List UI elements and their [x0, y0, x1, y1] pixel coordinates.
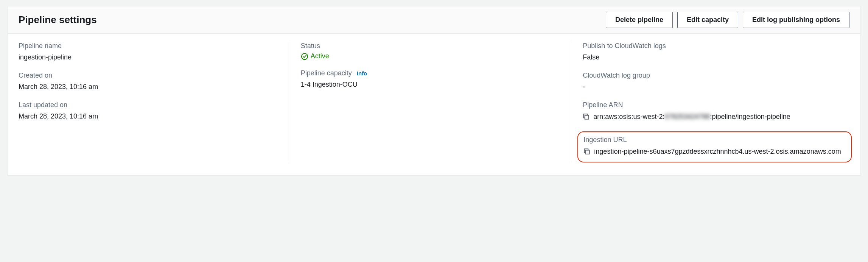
arn-prefix: arn:aws:osis:us-west-2:	[593, 113, 664, 120]
pipeline-name-value: ingestion-pipeline	[19, 52, 285, 62]
info-link[interactable]: Info	[357, 70, 367, 76]
svg-rect-4	[586, 150, 590, 154]
created-on-value: March 28, 2023, 10:16 am	[19, 82, 285, 92]
status-label: Status	[301, 42, 568, 50]
field-cloudwatch-publish: Publish to CloudWatch logs False	[583, 42, 849, 62]
cloudwatch-publish-value: False	[583, 52, 849, 62]
header-buttons: Delete pipeline Edit capacity Edit log p…	[606, 12, 849, 28]
last-updated-value: March 28, 2023, 10:16 am	[19, 111, 285, 122]
field-pipeline-capacity: Pipeline capacity Info 1-4 Ingestion-OCU	[301, 69, 568, 90]
svg-rect-2	[585, 115, 589, 119]
field-pipeline-arn: Pipeline ARN arn:aws:osis:us-west-2:6782…	[583, 101, 849, 122]
pipeline-settings-panel: Pipeline settings Delete pipeline Edit c…	[8, 6, 860, 176]
pipeline-name-label: Pipeline name	[19, 42, 285, 50]
pipeline-capacity-value: 1-4 Ingestion-OCU	[301, 80, 568, 90]
status-value: Active	[301, 52, 568, 60]
column-right: Publish to CloudWatch logs False CloudWa…	[572, 42, 849, 162]
arn-redacted: 678253424788	[664, 113, 710, 120]
panel-body: Pipeline name ingestion-pipeline Created…	[8, 34, 860, 175]
pipeline-arn-value: arn:aws:osis:us-west-2:678253424788:pipe…	[583, 113, 790, 120]
panel-header: Pipeline settings Delete pipeline Edit c…	[8, 6, 860, 34]
cloudwatch-group-value: -	[583, 82, 849, 92]
column-left: Pipeline name ingestion-pipeline Created…	[19, 42, 285, 162]
field-last-updated: Last updated on March 28, 2023, 10:16 am	[19, 101, 285, 122]
check-circle-icon	[301, 53, 308, 60]
field-pipeline-name: Pipeline name ingestion-pipeline	[19, 42, 285, 62]
column-middle: Status Active Pipeline capacity Info	[290, 42, 568, 162]
delete-pipeline-button[interactable]: Delete pipeline	[606, 12, 673, 28]
copy-icon[interactable]	[583, 148, 590, 155]
last-updated-label: Last updated on	[19, 101, 285, 109]
edit-log-publishing-button[interactable]: Edit log publishing options	[743, 12, 849, 28]
cloudwatch-publish-label: Publish to CloudWatch logs	[583, 42, 849, 50]
ingestion-url-label: Ingestion URL	[583, 136, 846, 144]
field-status: Status Active	[301, 42, 568, 60]
pipeline-capacity-label: Pipeline capacity Info	[301, 69, 568, 77]
ingestion-url-text: ingestion-pipeline-s6uaxs7gpzddessxrczhn…	[594, 148, 841, 155]
svg-point-0	[302, 53, 308, 59]
field-cloudwatch-group: CloudWatch log group -	[583, 72, 849, 92]
panel-title: Pipeline settings	[19, 14, 97, 26]
pipeline-capacity-label-text: Pipeline capacity	[301, 69, 352, 77]
field-ingestion-url: Ingestion URL ingestion-pipeline-s6uaxs7…	[583, 136, 846, 157]
ingestion-url-value: ingestion-pipeline-s6uaxs7gpzddessxrczhn…	[583, 148, 841, 155]
copy-icon[interactable]	[583, 113, 590, 120]
ingestion-url-highlight: Ingestion URL ingestion-pipeline-s6uaxs7…	[577, 131, 852, 162]
pipeline-arn-label: Pipeline ARN	[583, 101, 849, 109]
cloudwatch-group-label: CloudWatch log group	[583, 72, 849, 80]
created-on-label: Created on	[19, 72, 285, 80]
field-created-on: Created on March 28, 2023, 10:16 am	[19, 72, 285, 92]
status-text: Active	[311, 52, 329, 60]
arn-suffix: :pipeline/ingestion-pipeline	[710, 113, 790, 120]
edit-capacity-button[interactable]: Edit capacity	[677, 12, 738, 28]
